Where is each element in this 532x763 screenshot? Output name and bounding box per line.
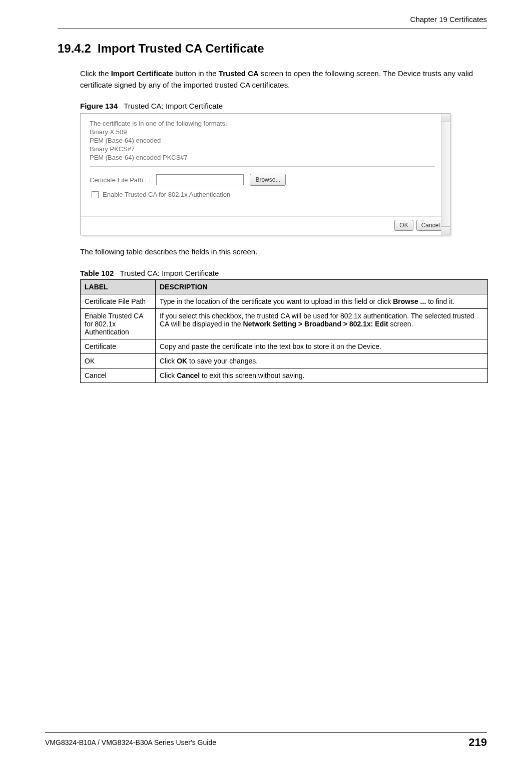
table-cell-desc: Type in the location of the certificate … xyxy=(156,294,488,308)
desc-pre: Click xyxy=(160,371,177,379)
enable-ca-checkbox[interactable] xyxy=(92,191,99,198)
desc-post: to find it. xyxy=(426,297,454,305)
table-cell-desc: Copy and paste the certificate into the … xyxy=(156,339,488,353)
table-head-label: LABEL xyxy=(81,279,156,294)
file-path-label: Certicate File Path : : xyxy=(90,176,150,184)
file-path-input[interactable] xyxy=(156,174,244,185)
format-line: PEM (Base-64) encoded xyxy=(90,137,435,144)
intro-paragraph: Click the Import Certificate button in t… xyxy=(80,68,487,91)
desc-pre: Copy and paste the certificate into the … xyxy=(160,342,381,350)
chapter-header: Chapter 19 Certificates xyxy=(58,15,487,24)
section-heading: 19.4.2 Import Trusted CA Certificate xyxy=(58,42,487,56)
footer-page-number: 219 xyxy=(468,736,487,749)
figure-caption: Figure 134 Trusted CA: Import Certificat… xyxy=(80,102,487,110)
header-rule xyxy=(58,29,487,29)
format-line: Binary PKCS#7 xyxy=(90,145,435,153)
dialog-button-row: OK Cancel xyxy=(81,216,450,235)
table-cell-label: Cancel xyxy=(81,368,156,383)
desc-bold: Cancel xyxy=(177,371,200,379)
format-line: Binary X.509 xyxy=(90,128,435,136)
intro-mid1: button in the xyxy=(173,69,219,78)
intro-bold-2: Trusted CA xyxy=(219,69,259,78)
table-row: Certificate Copy and paste the certifica… xyxy=(81,339,488,353)
formats-divider xyxy=(90,166,435,167)
format-line: PEM (Base-64) encoded PKCS#7 xyxy=(90,154,435,161)
table-cell-label: OK xyxy=(81,353,156,368)
table-cell-desc: If you select this checkbox, the trusted… xyxy=(156,308,488,339)
section-number: 19.4.2 xyxy=(58,42,91,55)
figure-caption-label: Figure 134 xyxy=(80,102,118,110)
table-cell-label: Certificate xyxy=(81,339,156,353)
table-row: Cancel Click Cancel to exit this screen … xyxy=(81,368,488,383)
desc-pre: Type in the location of the certificate … xyxy=(160,297,393,305)
desc-bold: OK xyxy=(177,357,187,365)
table-cell-desc: Click OK to save your changes. xyxy=(156,353,488,368)
desc-post: to exit this screen without saving. xyxy=(200,371,304,379)
table-row: Certificate File Path Type in the locati… xyxy=(81,294,488,308)
enable-ca-row: Enable Trusted CA for 802.1x Authenticat… xyxy=(90,191,435,198)
table-caption-label: Table 102 xyxy=(80,269,114,277)
table-cell-desc: Click Cancel to exit this screen without… xyxy=(156,368,488,383)
formats-intro: The certificate is in one of the followi… xyxy=(90,120,435,127)
desc-bold: Browse ... xyxy=(393,297,426,305)
figure-caption-text: Trusted CA: Import Certificate xyxy=(124,102,223,110)
table-cell-label: Enable Trusted CA for 802.1x Authenticat… xyxy=(81,308,156,339)
desc-bold: Network Setting > Broadband > 802.1x: Ed… xyxy=(243,320,388,328)
table-row: Enable Trusted CA for 802.1x Authenticat… xyxy=(81,308,488,339)
ok-button[interactable]: OK xyxy=(394,220,413,231)
section-title: Import Trusted CA Certificate xyxy=(98,42,264,55)
table-caption: Table 102 Trusted CA: Import Certificate xyxy=(80,269,487,277)
intro-pre: Click the xyxy=(80,69,111,78)
browse-button[interactable]: Browse... xyxy=(250,174,286,186)
file-path-row: Certicate File Path : : Browse... xyxy=(90,174,435,186)
footer-guide-title: VMG8324-B10A / VMG8324-B30A Series User'… xyxy=(45,738,216,746)
footer-rule xyxy=(45,732,487,733)
table-caption-text: Trusted CA: Import Certificate xyxy=(120,269,219,277)
enable-ca-label: Enable Trusted CA for 802.1x Authenticat… xyxy=(103,191,230,198)
desc-post: screen. xyxy=(388,320,413,328)
table-row: OK Click OK to save your changes. xyxy=(81,353,488,368)
table-intro: The following table describes the fields… xyxy=(80,246,487,258)
table-head-desc: DESCRIPTION xyxy=(156,279,488,294)
dialog-scrollbar[interactable] xyxy=(441,114,450,235)
description-table: LABEL DESCRIPTION Certificate File Path … xyxy=(80,279,488,383)
page-footer: VMG8324-B10A / VMG8324-B30A Series User'… xyxy=(45,732,487,749)
desc-pre: Click xyxy=(160,357,177,365)
intro-bold-1: Import Certificate xyxy=(111,69,173,78)
table-cell-label: Certificate File Path xyxy=(81,294,156,308)
desc-post: to save your changes. xyxy=(187,357,258,365)
figure-dialog: The certificate is in one of the followi… xyxy=(80,113,450,235)
table-head-row: LABEL DESCRIPTION xyxy=(81,279,488,294)
